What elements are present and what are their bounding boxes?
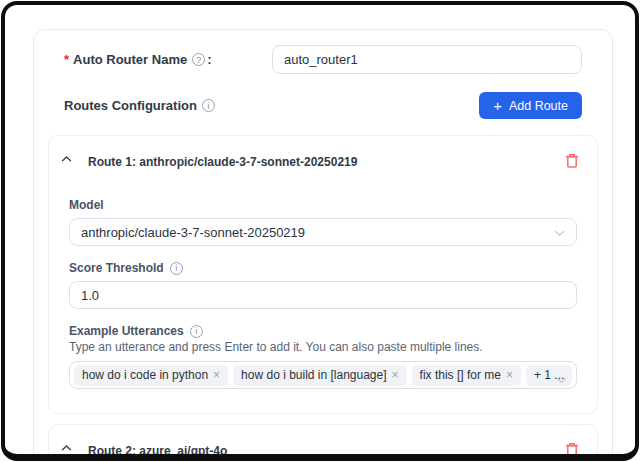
score-threshold-input[interactable]: 1.0: [69, 281, 577, 309]
route-1-panel: Route 1: anthropic/claude-3-7-sonnet-202…: [48, 135, 598, 414]
route-1-body: Model anthropic/claude-3-7-sonnet-202502…: [49, 173, 597, 413]
tag-close-icon[interactable]: ×: [392, 369, 399, 381]
utterances-tags-input[interactable]: how do i code in python × how do i build…: [69, 361, 577, 389]
utterances-helper-text: Type an utterance and press Enter to add…: [69, 340, 577, 354]
delete-route-2-button[interactable]: [563, 440, 581, 461]
router-name-input[interactable]: auto_router1: [272, 45, 582, 74]
trash-icon: [565, 442, 579, 457]
tag-close-icon[interactable]: ×: [213, 369, 220, 381]
question-circle-icon[interactable]: ?: [192, 53, 205, 66]
model-select[interactable]: anthropic/claude-3-7-sonnet-20250219: [69, 218, 577, 246]
route-2-title: Route 2: azure_ai/gpt-4o: [88, 444, 227, 458]
chevron-down-icon: [556, 370, 567, 388]
route-1-title: Route 1: anthropic/claude-3-7-sonnet-202…: [88, 155, 357, 169]
router-name-label-text: Auto Router Name: [73, 52, 187, 67]
auto-router-form-card: * Auto Router Name ? : auto_router1 Rout…: [33, 29, 613, 461]
utterance-tag-text: fix this [] for me: [420, 368, 501, 382]
label-colon: :: [207, 52, 211, 67]
tag-close-icon[interactable]: ×: [506, 369, 513, 381]
utterance-tag-text: how do i code in python: [82, 368, 208, 382]
required-asterisk: *: [64, 52, 69, 67]
collapse-chevron-up-icon[interactable]: [61, 149, 72, 167]
routes-config-label: Routes Configuration i: [64, 98, 215, 113]
routes-config-label-text: Routes Configuration: [64, 98, 197, 113]
router-name-row: * Auto Router Name ? : auto_router1: [64, 45, 582, 74]
collapse-chevron-up-icon[interactable]: [61, 438, 72, 456]
info-circle-icon[interactable]: i: [190, 325, 203, 338]
route-2-panel: Route 2: azure_ai/gpt-4o: [48, 424, 598, 461]
info-circle-icon[interactable]: i: [202, 99, 215, 112]
utterance-tag: fix this [] for me ×: [412, 365, 521, 386]
example-utterances-label: Example Utterances i: [69, 324, 577, 338]
score-threshold-label: Score Threshold i: [69, 261, 577, 275]
example-utterances-label-text: Example Utterances: [69, 324, 184, 338]
utterance-tag: how do i build in [language] ×: [233, 365, 406, 386]
plus-icon: +: [493, 98, 502, 113]
chevron-down-icon: [554, 225, 565, 240]
model-label: Model: [69, 198, 577, 212]
routes-config-row: Routes Configuration i + Add Route: [64, 92, 582, 119]
score-threshold-label-text: Score Threshold: [69, 261, 164, 275]
add-route-button[interactable]: + Add Route: [479, 92, 582, 119]
window-frame: * Auto Router Name ? : auto_router1 Rout…: [1, 1, 639, 461]
route-1-header[interactable]: Route 1: anthropic/claude-3-7-sonnet-202…: [49, 136, 597, 173]
info-circle-icon[interactable]: i: [170, 262, 183, 275]
model-label-text: Model: [69, 198, 104, 212]
trash-icon: [565, 153, 579, 168]
utterance-tag: how do i code in python ×: [74, 365, 228, 386]
add-route-button-label: Add Route: [509, 99, 568, 113]
router-name-label: * Auto Router Name ? :: [64, 52, 212, 67]
model-select-value: anthropic/claude-3-7-sonnet-20250219: [81, 225, 305, 240]
route-2-header[interactable]: Route 2: azure_ai/gpt-4o: [49, 425, 597, 461]
utterance-tag-text: how do i build in [language]: [241, 368, 386, 382]
delete-route-1-button[interactable]: [563, 151, 581, 173]
